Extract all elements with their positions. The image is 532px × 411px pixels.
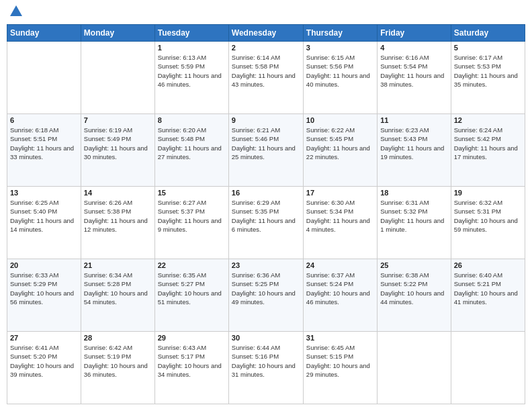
day-info: Sunrise: 6:41 AM Sunset: 5:20 PM Dayligh… [10,343,78,379]
day-number: 8 [158,116,226,124]
day-number: 1 [158,44,226,52]
svg-marker-0 [10,5,22,16]
day-number: 23 [232,261,300,269]
header [7,7,525,19]
day-info: Sunrise: 6:29 AM Sunset: 5:35 PM Dayligh… [232,198,300,234]
calendar-cell: 18Sunrise: 6:31 AM Sunset: 5:32 PM Dayli… [378,187,451,259]
logo [7,7,24,19]
day-number: 30 [232,334,300,342]
calendar-cell: 22Sunrise: 6:35 AM Sunset: 5:27 PM Dayli… [154,259,228,332]
day-number: 2 [232,44,300,52]
calendar-cell: 9Sunrise: 6:21 AM Sunset: 5:46 PM Daylig… [228,114,303,187]
calendar-cell: 24Sunrise: 6:37 AM Sunset: 5:24 PM Dayli… [303,259,377,332]
weekday-header-sunday: Sunday [7,25,81,42]
day-info: Sunrise: 6:16 AM Sunset: 5:54 PM Dayligh… [380,53,447,89]
day-number: 22 [158,261,226,269]
calendar-cell: 25Sunrise: 6:38 AM Sunset: 5:22 PM Dayli… [378,259,451,332]
day-number: 14 [84,189,152,197]
day-number: 12 [454,116,522,124]
day-number: 4 [380,44,447,52]
calendar-cell: 5Sunrise: 6:17 AM Sunset: 5:53 PM Daylig… [451,42,525,114]
calendar-cell: 31Sunrise: 6:45 AM Sunset: 5:15 PM Dayli… [303,332,377,404]
day-info: Sunrise: 6:43 AM Sunset: 5:17 PM Dayligh… [158,343,226,379]
day-info: Sunrise: 6:35 AM Sunset: 5:27 PM Dayligh… [158,271,226,306]
calendar-cell: 23Sunrise: 6:36 AM Sunset: 5:25 PM Dayli… [228,259,303,332]
calendar-cell: 6Sunrise: 6:18 AM Sunset: 5:51 PM Daylig… [7,114,81,187]
page: SundayMondayTuesdayWednesdayThursdayFrid… [0,0,532,411]
day-info: Sunrise: 6:38 AM Sunset: 5:22 PM Dayligh… [380,271,447,306]
day-info: Sunrise: 6:22 AM Sunset: 5:45 PM Dayligh… [306,126,374,161]
calendar-cell: 8Sunrise: 6:20 AM Sunset: 5:48 PM Daylig… [154,114,228,187]
week-row-0: 1Sunrise: 6:13 AM Sunset: 5:59 PM Daylig… [7,42,525,114]
day-info: Sunrise: 6:30 AM Sunset: 5:34 PM Dayligh… [306,198,374,234]
day-number: 11 [380,116,447,124]
day-number: 21 [84,261,152,269]
day-number: 17 [306,189,374,197]
week-row-1: 6Sunrise: 6:18 AM Sunset: 5:51 PM Daylig… [7,114,525,187]
day-number: 25 [380,261,447,269]
day-info: Sunrise: 6:18 AM Sunset: 5:51 PM Dayligh… [10,126,78,161]
day-info: Sunrise: 6:23 AM Sunset: 5:43 PM Dayligh… [380,126,447,161]
calendar-cell: 11Sunrise: 6:23 AM Sunset: 5:43 PM Dayli… [378,114,451,187]
calendar-cell: 1Sunrise: 6:13 AM Sunset: 5:59 PM Daylig… [154,42,228,114]
calendar-cell: 19Sunrise: 6:32 AM Sunset: 5:31 PM Dayli… [451,187,525,259]
day-number: 27 [10,334,78,342]
calendar-cell: 21Sunrise: 6:34 AM Sunset: 5:28 PM Dayli… [81,259,154,332]
day-number: 18 [380,189,447,197]
day-info: Sunrise: 6:25 AM Sunset: 5:40 PM Dayligh… [10,198,78,234]
day-number: 10 [306,116,374,124]
day-info: Sunrise: 6:40 AM Sunset: 5:21 PM Dayligh… [454,271,522,306]
day-info: Sunrise: 6:37 AM Sunset: 5:24 PM Dayligh… [306,271,374,306]
day-info: Sunrise: 6:31 AM Sunset: 5:32 PM Dayligh… [380,198,447,234]
calendar-table: SundayMondayTuesdayWednesdayThursdayFrid… [7,24,525,404]
day-info: Sunrise: 6:44 AM Sunset: 5:16 PM Dayligh… [232,343,300,379]
day-number: 24 [306,261,374,269]
calendar-cell: 10Sunrise: 6:22 AM Sunset: 5:45 PM Dayli… [303,114,377,187]
day-number: 9 [232,116,300,124]
calendar-cell [451,332,525,404]
week-row-2: 13Sunrise: 6:25 AM Sunset: 5:40 PM Dayli… [7,187,525,259]
weekday-header-tuesday: Tuesday [154,25,228,42]
day-info: Sunrise: 6:13 AM Sunset: 5:59 PM Dayligh… [158,53,226,89]
calendar-cell: 28Sunrise: 6:42 AM Sunset: 5:19 PM Dayli… [81,332,154,404]
day-info: Sunrise: 6:20 AM Sunset: 5:48 PM Dayligh… [158,126,226,161]
calendar-cell [378,332,451,404]
calendar-cell: 27Sunrise: 6:41 AM Sunset: 5:20 PM Dayli… [7,332,81,404]
calendar-cell: 12Sunrise: 6:24 AM Sunset: 5:42 PM Dayli… [451,114,525,187]
day-info: Sunrise: 6:21 AM Sunset: 5:46 PM Dayligh… [232,126,300,161]
logo-icon [9,4,24,19]
calendar-cell: 30Sunrise: 6:44 AM Sunset: 5:16 PM Dayli… [228,332,303,404]
week-row-3: 20Sunrise: 6:33 AM Sunset: 5:29 PM Dayli… [7,259,525,332]
day-number: 31 [306,334,374,342]
day-number: 28 [84,334,152,342]
calendar-cell: 7Sunrise: 6:19 AM Sunset: 5:49 PM Daylig… [81,114,154,187]
calendar-cell: 4Sunrise: 6:16 AM Sunset: 5:54 PM Daylig… [378,42,451,114]
day-info: Sunrise: 6:36 AM Sunset: 5:25 PM Dayligh… [232,271,300,306]
day-info: Sunrise: 6:19 AM Sunset: 5:49 PM Dayligh… [84,126,152,161]
day-number: 16 [232,189,300,197]
calendar-cell: 2Sunrise: 6:14 AM Sunset: 5:58 PM Daylig… [228,42,303,114]
weekday-header-saturday: Saturday [451,25,525,42]
day-number: 29 [158,334,226,342]
day-number: 3 [306,44,374,52]
day-info: Sunrise: 6:14 AM Sunset: 5:58 PM Dayligh… [232,53,300,89]
weekday-header-monday: Monday [81,25,154,42]
day-info: Sunrise: 6:15 AM Sunset: 5:56 PM Dayligh… [306,53,374,89]
day-number: 6 [10,116,78,124]
day-info: Sunrise: 6:32 AM Sunset: 5:31 PM Dayligh… [454,198,522,234]
day-info: Sunrise: 6:27 AM Sunset: 5:37 PM Dayligh… [158,198,226,234]
day-number: 19 [454,189,522,197]
day-number: 26 [454,261,522,269]
day-info: Sunrise: 6:26 AM Sunset: 5:38 PM Dayligh… [84,198,152,234]
calendar-cell: 13Sunrise: 6:25 AM Sunset: 5:40 PM Dayli… [7,187,81,259]
calendar-cell: 26Sunrise: 6:40 AM Sunset: 5:21 PM Dayli… [451,259,525,332]
day-info: Sunrise: 6:42 AM Sunset: 5:19 PM Dayligh… [84,343,152,379]
day-number: 13 [10,189,78,197]
day-number: 5 [454,44,522,52]
calendar-cell: 16Sunrise: 6:29 AM Sunset: 5:35 PM Dayli… [228,187,303,259]
week-row-4: 27Sunrise: 6:41 AM Sunset: 5:20 PM Dayli… [7,332,525,404]
weekday-header-wednesday: Wednesday [228,25,303,42]
calendar-cell: 15Sunrise: 6:27 AM Sunset: 5:37 PM Dayli… [154,187,228,259]
day-number: 15 [158,189,226,197]
weekday-header-thursday: Thursday [303,25,377,42]
